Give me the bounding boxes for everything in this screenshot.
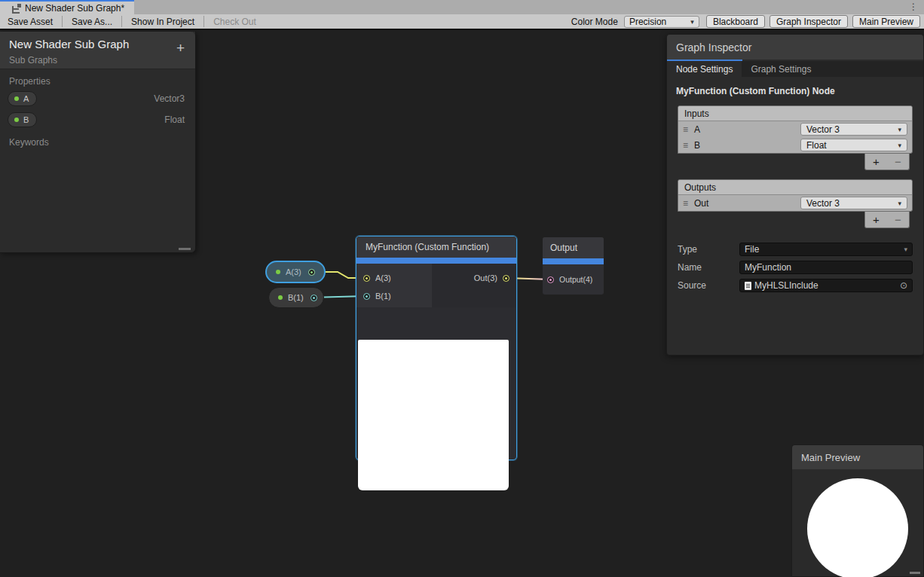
name-input[interactable]: MyFunction — [739, 261, 913, 274]
color-mode-label: Color Mode — [565, 17, 624, 27]
port-label: B(1) — [375, 292, 391, 301]
list-row-input-b[interactable]: ≡ B Float ▾ — [678, 137, 912, 153]
chevron-down-icon: ▾ — [898, 200, 901, 207]
toolbar-separator — [203, 16, 204, 27]
blackboard-subtitle: Sub Graphs — [9, 55, 186, 66]
blackboard-panel: New Shader Sub Graph Sub Graphs + Proper… — [0, 32, 196, 253]
name-label: Name — [678, 262, 739, 273]
object-picker-icon[interactable]: ⊙ — [900, 280, 907, 291]
drag-handle-icon[interactable]: ≡ — [683, 124, 688, 135]
exposed-dot-icon — [276, 270, 280, 274]
main-preview-title[interactable]: Main Preview — [792, 445, 923, 469]
chevron-down-icon: ▾ — [690, 18, 694, 26]
inputs-list-footer: + − — [864, 154, 910, 170]
inspector-title[interactable]: Graph Inspector — [667, 35, 923, 60]
type-dropdown-field[interactable]: File ▾ — [739, 243, 913, 256]
inputs-list-box: Inputs ≡ A Vector 3 ▾ ≡ B Float — [678, 105, 913, 154]
output-port-icon[interactable] — [311, 295, 317, 301]
exposed-dot-icon — [278, 295, 283, 300]
list-row-output-out[interactable]: ≡ Out Vector 3 ▾ — [678, 195, 912, 211]
node-title[interactable]: Output — [543, 237, 604, 258]
custom-function-node[interactable]: MyFunction (Custom Function) A(3) B(1) O… — [356, 236, 517, 460]
selected-node-header: MyFunction (Custom Function) Node — [667, 77, 923, 101]
chevron-down-icon: ▾ — [898, 142, 901, 149]
name-value: MyFunction — [745, 262, 791, 273]
remove-input-button[interactable]: − — [895, 155, 901, 168]
blackboard-toggle-button[interactable]: Blackboard — [706, 15, 765, 28]
input-port-icon[interactable] — [363, 293, 370, 300]
save-as-button[interactable]: Save As... — [64, 14, 120, 29]
color-mode-dropdown[interactable]: Precision ▾ — [624, 16, 699, 28]
property-row-b[interactable]: B Float — [0, 109, 195, 130]
main-preview-panel: Main Preview — [791, 444, 924, 577]
preview-sphere[interactable] — [807, 478, 908, 577]
main-preview-toggle-button[interactable]: Main Preview — [852, 15, 920, 28]
row-name: Out — [694, 198, 794, 209]
list-row-input-a[interactable]: ≡ A Vector 3 ▾ — [678, 121, 912, 137]
node-label: B(1) — [288, 293, 304, 302]
save-asset-button[interactable]: Save Asset — [0, 14, 60, 29]
input-port-row-a[interactable]: A(3) — [356, 269, 432, 287]
graph-inspector-panel: Graph Inspector Node Settings Graph Sett… — [666, 34, 924, 356]
property-node-b[interactable]: B(1) — [268, 287, 324, 308]
preview-resize-handle[interactable] — [910, 572, 920, 574]
drag-handle-icon[interactable]: ≡ — [683, 140, 688, 151]
chevron-down-icon: ▾ — [898, 126, 901, 133]
check-out-button: Check Out — [206, 14, 264, 29]
more-options-icon[interactable]: ⋮ — [909, 1, 918, 13]
row-name: A — [694, 124, 794, 135]
exposed-dot-icon — [14, 96, 19, 101]
node-label: A(3) — [286, 267, 301, 276]
tab-graph-settings[interactable]: Graph Settings — [742, 61, 820, 77]
tab-title: New Shader Sub Graph* — [25, 3, 124, 14]
type-dropdown[interactable]: Vector 3 ▾ — [800, 123, 907, 136]
show-in-project-button[interactable]: Show In Project — [124, 14, 202, 29]
add-property-button[interactable]: + — [176, 41, 185, 55]
blackboard-title: New Shader Sub Graph — [9, 38, 186, 50]
property-pill-a[interactable]: A — [8, 91, 37, 106]
node-preview-surface — [358, 340, 509, 490]
output-port-icon[interactable] — [308, 269, 315, 276]
toolbar-left-group: Save Asset Save As... Show In Project Ch… — [0, 14, 264, 29]
toolbar-separator — [62, 16, 63, 27]
output-port-row-out[interactable]: Out(3) — [432, 269, 516, 287]
inspector-tabs: Node Settings Graph Settings — [667, 61, 923, 77]
outputs-list-title: Outputs — [678, 180, 912, 195]
toolbar-right-group: Color Mode Precision ▾ Blackboard Graph … — [565, 14, 924, 29]
input-port-icon[interactable] — [363, 275, 370, 282]
outputs-list-footer: + − — [864, 212, 910, 228]
add-output-button[interactable]: + — [873, 213, 880, 226]
type-value: Vector 3 — [806, 198, 840, 209]
remove-output-button[interactable]: − — [895, 213, 901, 226]
type-label: Type — [678, 244, 739, 255]
graph-canvas[interactable]: New Shader Sub Graph Sub Graphs + Proper… — [0, 32, 924, 577]
add-input-button[interactable]: + — [873, 155, 880, 168]
source-object-field[interactable]: MyHLSLInclude ⊙ — [739, 279, 913, 292]
graph-toolbar: Save Asset Save As... Show In Project Ch… — [0, 14, 924, 30]
type-value: File — [745, 244, 759, 255]
blackboard-resize-handle[interactable] — [179, 248, 191, 250]
graph-inspector-toggle-button[interactable]: Graph Inspector — [769, 15, 848, 28]
tab-shader-sub-graph[interactable]: New Shader Sub Graph* — [0, 0, 134, 14]
keywords-section-label: Keywords — [0, 130, 195, 149]
property-pill-b[interactable]: B — [8, 112, 37, 127]
tab-node-settings[interactable]: Node Settings — [667, 61, 742, 77]
input-port-icon[interactable] — [547, 276, 554, 283]
input-port-row-output[interactable]: Output(4) — [543, 270, 604, 288]
property-name: A — [23, 94, 29, 103]
source-value: MyHLSLInclude — [754, 280, 818, 291]
unity-shader-graph-window: New Shader Sub Graph* ⋮ Save Asset Save … — [0, 0, 924, 577]
node-title[interactable]: MyFunction (Custom Function) — [356, 237, 516, 258]
input-port-row-b[interactable]: B(1) — [356, 287, 432, 305]
type-dropdown[interactable]: Vector 3 ▾ — [800, 197, 907, 209]
output-port-icon[interactable] — [503, 275, 509, 282]
type-field-row: Type File ▾ — [667, 240, 923, 258]
drag-handle-icon[interactable]: ≡ — [683, 198, 688, 209]
property-row-a[interactable]: A Vector3 — [0, 88, 195, 109]
inputs-list: Inputs ≡ A Vector 3 ▾ ≡ B Float — [678, 105, 913, 154]
subgraph-output-node[interactable]: Output Output(4) — [543, 237, 604, 295]
node-ports-area: A(3) B(1) Out(3) — [356, 264, 516, 307]
property-node-a[interactable]: A(3) — [265, 261, 326, 283]
type-dropdown[interactable]: Float ▾ — [800, 139, 907, 151]
type-value: Float — [806, 140, 827, 151]
